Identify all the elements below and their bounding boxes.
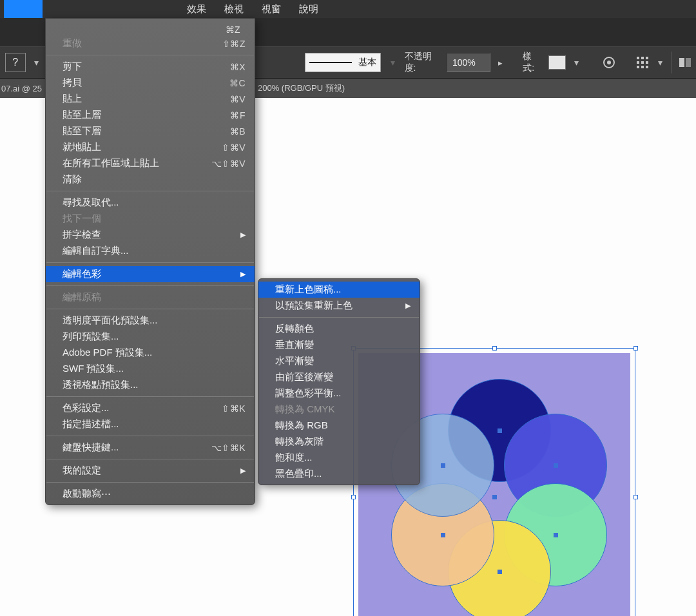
- menu-separator: [46, 459, 254, 459]
- stroke-preset-dd-icon[interactable]: ▾: [387, 57, 398, 68]
- menu-swf-presets[interactable]: SWF 預設集...: [46, 361, 255, 377]
- menu-dictation[interactable]: 啟動聽寫⋯: [46, 486, 255, 502]
- submenu-arrow-icon: ▶: [229, 231, 246, 239]
- menu-keyboard-shortcuts[interactable]: 鍵盤快捷鍵...⌥⇧⌘K: [46, 439, 255, 456]
- svg-rect-7: [646, 61, 648, 64]
- svg-rect-12: [686, 58, 691, 67]
- toolbar-separator: [671, 52, 672, 73]
- submenu-blend-front-back[interactable]: 由前至後漸變: [258, 369, 420, 385]
- submenu-adjust-balance[interactable]: 調整色彩平衡...: [258, 385, 420, 401]
- align-dd-icon[interactable]: ▾: [656, 57, 664, 68]
- svg-rect-3: [641, 57, 644, 59]
- menubar-edit-active[interactable]: [4, 0, 43, 18]
- svg-rect-2: [637, 57, 639, 59]
- stroke-preset-dropdown[interactable]: 基本: [305, 53, 381, 72]
- submenu-arrow-icon: ▶: [394, 302, 411, 310]
- help-button[interactable]: ?: [5, 53, 26, 72]
- submenu-convert-cmyk: 轉換為 CMYK: [258, 401, 420, 418]
- menu-separator: [259, 317, 419, 318]
- anchor-point[interactable]: [498, 428, 502, 433]
- menu-spell-check[interactable]: 拼字檢查▶: [46, 227, 255, 243]
- menubar: 效果 檢視 視窗 說明: [0, 0, 696, 18]
- submenu-saturate[interactable]: 飽和度...: [258, 450, 420, 466]
- svg-point-1: [607, 61, 611, 64]
- menu-edit-original: 編輯原稿: [46, 289, 255, 305]
- stroke-preset-label: 基本: [358, 57, 380, 68]
- selection-handle[interactable]: [351, 495, 356, 499]
- submenu-convert-rgb[interactable]: 轉換為 RGB: [258, 418, 420, 434]
- opacity-step-icon[interactable]: ▸: [497, 58, 504, 68]
- menu-separator: [46, 436, 254, 436]
- selection-handle[interactable]: [633, 346, 638, 351]
- edit-colors-submenu: 重新上色圖稿... 以預設集重新上色▶ 反轉顏色 垂直漸變 水平漸變 由前至後漸…: [258, 278, 420, 485]
- submenu-arrow-icon: ▶: [229, 467, 246, 475]
- menu-cut[interactable]: 剪下⌘X: [46, 59, 255, 75]
- menu-clear[interactable]: 清除: [46, 171, 255, 188]
- help-dropdown-icon[interactable]: ▾: [32, 53, 41, 72]
- transform-panel-icon[interactable]: [678, 55, 692, 70]
- menu-paste-front[interactable]: 貼至上層⌘F: [46, 107, 255, 123]
- style-swatch[interactable]: [548, 55, 566, 70]
- menu-redo: 重做⇧⌘Z: [46, 35, 255, 52]
- anchor-point[interactable]: [554, 463, 558, 468]
- menu-separator: [46, 262, 254, 263]
- style-dd-icon[interactable]: ▾: [572, 57, 581, 68]
- svg-rect-9: [641, 66, 644, 68]
- opacity-input[interactable]: 100%: [447, 53, 490, 72]
- svg-rect-11: [679, 58, 684, 67]
- menu-paste-all-artboards[interactable]: 在所有工作區域上貼上⌥⇧⌘V: [46, 155, 255, 171]
- menu-my-settings[interactable]: 我的設定▶: [46, 463, 255, 479]
- menu-color-settings[interactable]: 色彩設定...⇧⌘K: [46, 400, 255, 416]
- menu-undo-shortcut-visible: ⌘Z: [226, 24, 240, 35]
- doc-tab-left-fragment[interactable]: 07.ai @ 25: [0, 84, 52, 93]
- svg-rect-10: [646, 66, 648, 68]
- menu-separator: [46, 309, 254, 309]
- selection-handle[interactable]: [633, 495, 638, 499]
- menu-find-next: 找下一個: [46, 211, 255, 227]
- style-label: 樣式:: [523, 51, 541, 74]
- menu-paste[interactable]: 貼上⌘V: [46, 91, 255, 107]
- menu-print-presets[interactable]: 列印預設集...: [46, 329, 255, 345]
- svg-rect-5: [637, 61, 639, 64]
- submenu-invert-colors[interactable]: 反轉顏色: [258, 321, 420, 337]
- menubar-effects[interactable]: 效果: [178, 3, 215, 15]
- stroke-line-preview: [309, 62, 352, 63]
- menu-perspective-presets[interactable]: 透視格點預設集...: [46, 377, 255, 393]
- submenu-blend-horizontal[interactable]: 水平漸變: [258, 353, 420, 369]
- submenu-arrow-icon: ▶: [229, 270, 246, 278]
- menu-separator: [46, 285, 254, 286]
- anchor-point[interactable]: [492, 495, 497, 499]
- submenu-recolor-preset[interactable]: 以預設集重新上色▶: [258, 298, 420, 314]
- anchor-point[interactable]: [441, 463, 445, 468]
- menubar-window[interactable]: 視窗: [253, 3, 290, 15]
- opacity-label: 不透明度:: [405, 51, 440, 74]
- menu-paste-back[interactable]: 貼至下層⌘B: [46, 123, 255, 139]
- svg-rect-4: [646, 57, 648, 59]
- submenu-convert-grayscale[interactable]: 轉換為灰階: [258, 434, 420, 450]
- menu-separator: [46, 482, 254, 483]
- menubar-view[interactable]: 檢視: [215, 3, 253, 15]
- menu-assign-profile[interactable]: 指定描述檔...: [46, 416, 255, 432]
- submenu-recolor-artwork[interactable]: 重新上色圖稿...: [258, 282, 420, 298]
- menu-edit-colors[interactable]: 編輯色彩▶: [46, 266, 255, 282]
- anchor-point[interactable]: [554, 533, 558, 537]
- menu-paste-in-place[interactable]: 就地貼上⇧⌘V: [46, 139, 255, 155]
- submenu-blend-vertical[interactable]: 垂直漸變: [258, 337, 420, 353]
- menu-separator: [46, 396, 254, 397]
- svg-rect-6: [641, 61, 644, 64]
- menu-pdf-presets[interactable]: Adobe PDF 預設集...: [46, 345, 255, 361]
- menu-copy[interactable]: 拷貝⌘C: [46, 75, 255, 91]
- align-panel-icon[interactable]: [635, 55, 650, 70]
- menu-edit-dictionary[interactable]: 編輯自訂字典...: [46, 243, 255, 259]
- svg-rect-8: [637, 66, 639, 68]
- menu-find-replace[interactable]: 尋找及取代...: [46, 195, 255, 211]
- menu-separator: [46, 55, 254, 55]
- menu-separator: [46, 191, 254, 191]
- selection-handle[interactable]: [492, 346, 497, 351]
- menu-transparency-presets[interactable]: 透明度平面化預設集...: [46, 313, 255, 329]
- anchor-point[interactable]: [441, 533, 445, 537]
- anchor-point[interactable]: [498, 570, 502, 574]
- submenu-overprint-black[interactable]: 黑色疊印...: [258, 466, 420, 482]
- menubar-help[interactable]: 說明: [290, 3, 327, 15]
- recolor-icon[interactable]: [602, 55, 616, 70]
